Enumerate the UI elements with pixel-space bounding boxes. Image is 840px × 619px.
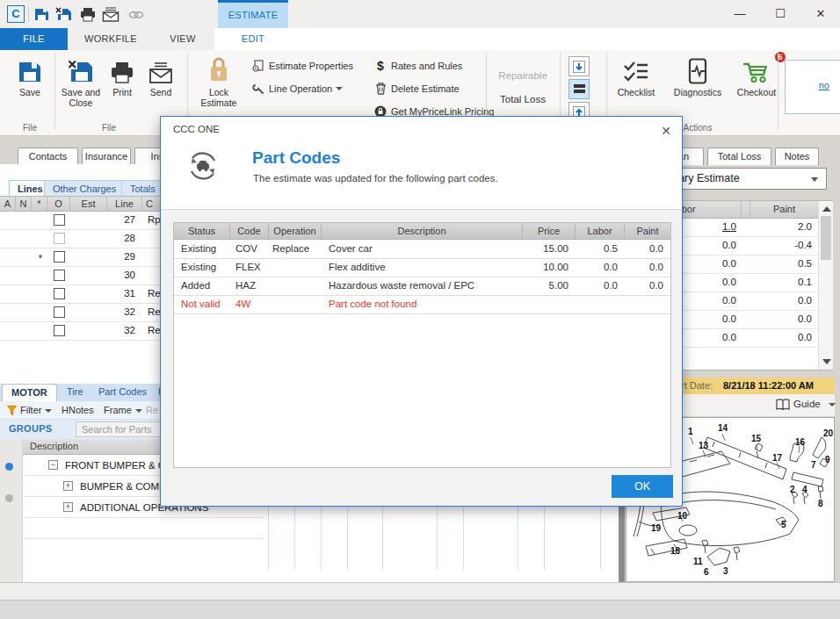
divider (778, 53, 778, 130)
checkout-button[interactable]: 5 Checkout (732, 54, 781, 97)
quick-print-button[interactable] (78, 5, 98, 24)
part-number: 13 (699, 441, 708, 450)
checklist-button[interactable]: Checklist (613, 54, 659, 97)
part-number: 18 (670, 546, 680, 556)
vertical-scrollbar[interactable] (818, 201, 833, 370)
trash-icon (373, 83, 387, 95)
rates-and-rules-label: Rates and Rules (391, 61, 462, 71)
line-checkbox[interactable] (54, 306, 65, 318)
frame-button[interactable]: Frame (104, 401, 142, 420)
part-code-row[interactable]: Existing FLEX Flex additive 10.00 0.0 0.… (174, 259, 670, 277)
tab-total-loss[interactable]: Total Loss (707, 148, 771, 165)
scrollbar-thumb[interactable] (821, 216, 831, 260)
line-checkbox[interactable] (54, 233, 65, 244)
col-header-star[interactable]: * (32, 197, 47, 212)
delete-estimate-label: Delete Estimate (391, 83, 460, 94)
tab-part-codes[interactable]: Part Codes (90, 384, 156, 401)
chevron-down-icon (336, 87, 343, 90)
quick-save-close-button[interactable] (54, 5, 73, 24)
print-button[interactable]: Print (105, 54, 139, 97)
col-header-line[interactable]: Line (107, 197, 142, 212)
tab-file[interactable]: FILE (0, 28, 68, 50)
filter-button[interactable]: Filter (7, 401, 52, 420)
tab-estimate[interactable]: ESTIMATE (218, 0, 288, 28)
code-cell: 4W (235, 299, 250, 309)
expand-icon[interactable]: + (63, 502, 73, 512)
minimize-button[interactable]: — (727, 4, 753, 25)
tab-insurance[interactable]: Insurance (82, 148, 131, 165)
ok-button[interactable]: OK (612, 475, 673, 498)
col-header-labor[interactable]: Labor (576, 223, 625, 240)
collapse-icon[interactable]: − (48, 460, 58, 470)
quick-send-button[interactable] (101, 5, 120, 24)
save-button[interactable]: Save (9, 54, 51, 97)
estimate-properties-button[interactable]: Estimate Properties (251, 58, 353, 74)
line-checkbox[interactable] (54, 325, 65, 336)
save-close-icon (56, 54, 105, 84)
col-header-o[interactable]: O (47, 197, 70, 212)
col-header-price[interactable]: Price (523, 223, 576, 240)
dialog-heading: Part Codes (252, 148, 340, 168)
tab-motor[interactable]: MOTOR (2, 384, 57, 401)
paint-cell: 0.0 (625, 262, 663, 272)
tab-workfile[interactable]: WORKFILE (70, 28, 151, 50)
part-number: 7 (811, 460, 816, 470)
hnotes-button[interactable]: HNotes (62, 401, 94, 420)
expand-icon[interactable]: + (63, 481, 73, 491)
rates-and-rules-button[interactable]: $ Rates and Rules (373, 58, 462, 74)
tab-edit[interactable]: EDIT (218, 28, 288, 50)
line-checkbox[interactable] (54, 270, 65, 281)
dialog-header: CCC ONE ✕ Part Codes The estimate was up… (161, 117, 682, 210)
dialog-close-icon[interactable]: ✕ (656, 122, 676, 140)
part-number: 16 (795, 437, 805, 447)
line-view-toggle[interactable] (568, 79, 590, 99)
tab-tire[interactable]: Tire (58, 384, 92, 401)
total-loss-button[interactable]: Total Loss (488, 94, 558, 104)
line-checkbox[interactable] (54, 288, 65, 299)
col-header-n[interactable]: N (16, 197, 32, 212)
scroll-up-icon[interactable] (822, 206, 831, 212)
save-and-close-button[interactable]: Save and Close (56, 54, 105, 108)
move-line-down-toggle[interactable] (568, 56, 590, 76)
quick-save-button[interactable] (32, 5, 51, 24)
line-checkbox[interactable] (54, 251, 65, 263)
col-header-a[interactable]: A (0, 197, 16, 212)
ribbon-group-label: File (9, 123, 51, 133)
quick-link-button[interactable] (127, 5, 146, 24)
col-header-paint[interactable]: Paint (625, 223, 670, 240)
scroll-down-icon[interactable] (822, 359, 831, 364)
part-code-row[interactable]: Added HAZ Hazardous waste removal / EPC … (174, 277, 670, 296)
col-header-code[interactable]: Code (230, 223, 269, 240)
price-cell: 15.00 (523, 243, 568, 254)
tab-contacts[interactable]: Contacts (18, 148, 78, 165)
line-checkbox[interactable] (54, 214, 65, 226)
tab-totals[interactable]: Totals (121, 180, 164, 197)
col-header-status[interactable]: Status (174, 223, 230, 240)
notes-link[interactable]: no (819, 80, 829, 90)
tab-view[interactable]: VIEW (151, 28, 214, 50)
diagnostics-button[interactable]: Diagnostics (668, 54, 728, 97)
send-button[interactable]: Send (141, 54, 181, 97)
close-button[interactable]: ✕ (807, 4, 834, 25)
delete-estimate-button[interactable]: Delete Estimate (373, 81, 460, 97)
guide-label[interactable]: Guide (793, 399, 821, 409)
line-operation-cell: Re (148, 325, 161, 335)
ribbon-group-label: File (84, 123, 134, 133)
line-number: 28 (100, 233, 135, 243)
col-header-operation[interactable]: Operation (269, 223, 322, 240)
col-header-description[interactable]: Description (322, 223, 523, 240)
line-operation-button[interactable]: Line Operation (251, 81, 343, 97)
col-header-paint[interactable]: Paint (750, 201, 818, 218)
maximize-button[interactable]: ☐ (767, 4, 793, 25)
chevron-down-icon (45, 409, 52, 413)
col-header-est[interactable]: Est (70, 197, 107, 212)
groups-label[interactable]: GROUPS (9, 423, 52, 434)
envelope-icon (102, 7, 119, 22)
part-code-row-invalid[interactable]: Not valid 4W Part code not found (174, 296, 670, 314)
wrench-icon (251, 83, 265, 95)
tab-notes[interactable]: Notes (775, 148, 819, 165)
part-code-row[interactable]: Existing COV Replace Cover car 15.00 0.5… (174, 241, 670, 259)
labor-value: 1.0 (678, 221, 736, 232)
tab-other-charges[interactable]: Other Charges (44, 180, 125, 197)
lock-estimate-button[interactable]: Lock Estimate (195, 54, 243, 108)
